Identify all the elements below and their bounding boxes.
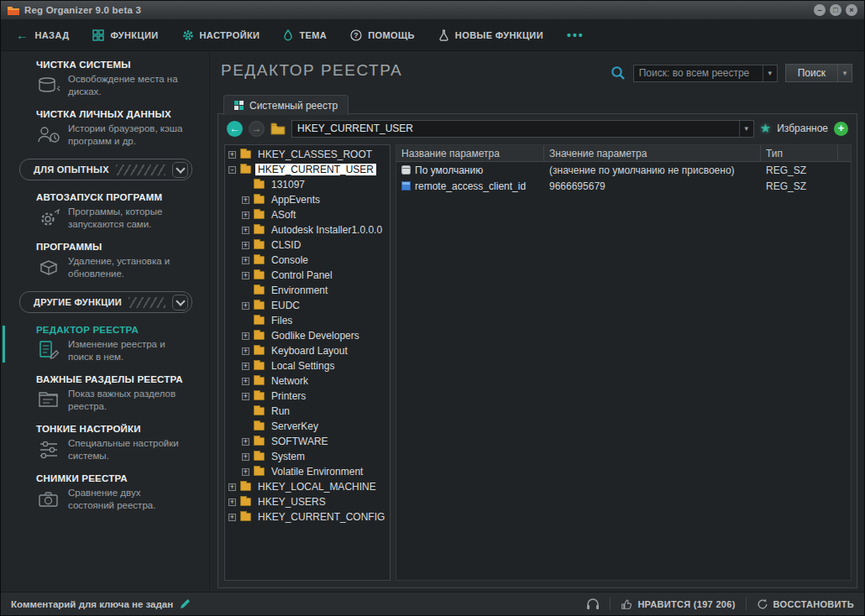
tree-item[interactable]: ServerKey <box>225 419 390 434</box>
important-keys-icon <box>36 388 61 413</box>
table-row[interactable]: По умолчанию (значение по умолчанию не п… <box>396 162 851 178</box>
favorites-label[interactable]: Избранное <box>777 123 828 134</box>
expand-plus-icon[interactable] <box>242 468 249 476</box>
sidebar-item-fine-tuning[interactable]: ТОНКИЕ НАСТРОЙКИ Специальные настройки с… <box>1 424 209 462</box>
tree-item[interactable]: Autodesk Installer1.0.0.0 <box>225 222 390 238</box>
tree-item[interactable]: EUDC <box>225 298 390 313</box>
tree-item[interactable]: HKEY_LOCAL_MACHINE <box>225 479 390 494</box>
tree-item[interactable]: Environment <box>225 283 390 298</box>
chevron-down-icon[interactable]: ▾ <box>837 65 852 81</box>
tree-item[interactable]: CLSID <box>225 238 390 253</box>
tree-item-label: Keyboard Layout <box>269 345 350 357</box>
expand-plus-icon[interactable] <box>228 151 236 159</box>
expand-plus-icon[interactable] <box>242 242 249 249</box>
tree-item[interactable]: Files <box>225 313 390 328</box>
sidebar-item-snapshots[interactable]: СНИМКИ РЕЕСТРА Сравнение двух состояний … <box>1 473 209 512</box>
tree-item[interactable]: Godlike Developers <box>225 328 390 343</box>
search-icon[interactable] <box>611 65 626 81</box>
tree-item-selected[interactable]: HKEY_CURRENT_USER <box>225 162 390 177</box>
nav-back-icon[interactable]: ← <box>227 121 243 137</box>
tree-item[interactable]: AppEvents <box>225 192 390 207</box>
expand-plus-icon[interactable] <box>228 483 236 491</box>
search-button[interactable]: Поиск ▾ <box>785 64 852 82</box>
column-header-type[interactable]: Тип <box>761 145 838 162</box>
sidebar-item-important-keys[interactable]: ВАЖНЫЕ РАЗДЕЛЫ РЕЕСТРА Показ важных разд… <box>1 374 209 413</box>
sidebar-item-private-data[interactable]: ЧИСТКА ЛИЧНЫХ ДАННЫХ Истории браузеров, … <box>1 109 209 148</box>
expand-plus-icon[interactable] <box>242 196 249 204</box>
sidebar-item-programs[interactable]: ПРОГРАММЫ Удаление, установка и обновлен… <box>1 242 209 280</box>
folder-icon <box>254 180 265 189</box>
expand-plus-icon[interactable] <box>242 363 249 370</box>
expand-plus-icon[interactable] <box>242 438 249 446</box>
address-input[interactable] <box>292 123 739 134</box>
like-label: НРАВИТСЯ (197 206) <box>637 599 735 609</box>
like-button[interactable]: НРАВИТСЯ (197 206) <box>621 598 735 610</box>
chevron-down-icon[interactable]: ▾ <box>763 65 777 81</box>
nav-forward-icon[interactable]: → <box>249 121 265 137</box>
close-icon[interactable]: × <box>846 4 857 16</box>
table-row[interactable]: remote_access_client_id 9666695679 REG_S… <box>396 178 851 194</box>
restore-button[interactable]: ВОССТАНОВИТЬ <box>757 598 854 610</box>
nav-new-features[interactable]: НОВЫЕ ФУНКЦИИ <box>438 29 543 41</box>
chevron-down-icon[interactable] <box>172 162 188 178</box>
search-input[interactable] <box>634 67 763 79</box>
nav-help[interactable]: ? ПОМОЩЬ <box>350 29 415 41</box>
expand-plus-icon[interactable] <box>242 332 249 340</box>
tree-item[interactable]: Network <box>225 373 390 389</box>
collapse-minus-icon[interactable] <box>228 166 236 174</box>
chevron-down-icon[interactable]: ▾ <box>739 121 753 137</box>
expand-plus-icon[interactable] <box>242 393 249 400</box>
expand-plus-icon[interactable] <box>242 347 249 355</box>
folder-icon <box>240 498 251 506</box>
key-comment[interactable]: Комментарий для ключа не задан <box>11 598 191 609</box>
sidebar-group-advanced[interactable]: ДЛЯ ОПЫТНЫХ <box>19 159 192 180</box>
nav-back-button[interactable]: ← НАЗАД <box>16 29 69 41</box>
tree-item[interactable]: 131097 <box>225 177 390 192</box>
open-key-folder-icon[interactable] <box>270 123 286 135</box>
chevron-down-icon[interactable] <box>172 295 188 311</box>
nav-functions[interactable]: ФУНКЦИИ <box>92 29 158 41</box>
column-header-value[interactable]: Значение параметра <box>544 145 761 162</box>
expand-plus-icon[interactable] <box>242 211 249 219</box>
tree-item[interactable]: Console <box>225 253 390 268</box>
tree-item[interactable]: Volatile Environment <box>225 464 390 479</box>
sidebar-item-desc: Освобождение места на дисках. <box>68 73 186 98</box>
expand-plus-icon[interactable] <box>242 257 249 264</box>
expand-plus-icon[interactable] <box>228 499 236 506</box>
tree-item[interactable]: Printers <box>225 389 390 404</box>
sidebar-item-autorun[interactable]: АВТОЗАПУСК ПРОГРАММ Программы, которые з… <box>1 192 209 231</box>
sidebar-item-system-cleanup[interactable]: ЧИСТКА СИСТЕМЫ Освобождение места на дис… <box>1 60 209 98</box>
tree-item[interactable]: Control Panel <box>225 268 390 283</box>
tree-item[interactable]: Local Settings <box>225 358 390 373</box>
nav-more-button[interactable]: ••• <box>567 29 585 42</box>
ellipsis-icon: ••• <box>567 29 585 42</box>
tree-item[interactable]: SOFTWARE <box>225 434 390 449</box>
expand-plus-icon[interactable] <box>242 272 249 279</box>
nav-theme[interactable]: ТЕМА <box>283 29 327 41</box>
favorites-star-icon[interactable]: ★ <box>760 121 771 136</box>
expand-plus-icon[interactable] <box>228 514 236 521</box>
tree-item[interactable]: HKEY_USERS <box>225 494 390 509</box>
headphones-icon[interactable] <box>586 598 600 610</box>
sidebar-item-registry-editor[interactable]: РЕДАКТОР РЕЕСТРА Изменение реестра и пои… <box>1 325 209 363</box>
maximize-icon[interactable]: □ <box>830 4 841 16</box>
expand-plus-icon[interactable] <box>242 453 249 461</box>
tree-item[interactable]: Run <box>225 404 390 419</box>
tree-item[interactable]: ASoft <box>225 207 390 222</box>
expand-plus-icon[interactable] <box>242 378 249 385</box>
tree-item[interactable]: HKEY_CLASSES_ROOT <box>225 147 390 162</box>
sidebar-group-other[interactable]: ДРУГИЕ ФУНКЦИИ <box>19 291 192 313</box>
column-header-name[interactable]: Название параметра <box>396 145 544 162</box>
add-favorite-icon[interactable]: + <box>834 122 848 136</box>
tree-item[interactable]: HKEY_CURRENT_CONFIG <box>225 509 390 525</box>
expand-plus-icon[interactable] <box>242 302 249 310</box>
nav-settings[interactable]: НАСТРОЙКИ <box>182 29 260 41</box>
pencil-icon[interactable] <box>180 598 191 609</box>
param-name: remote_access_client_id <box>415 180 526 192</box>
minimize-icon[interactable]: – <box>814 4 826 16</box>
tree-item[interactable]: Keyboard Layout <box>225 343 390 358</box>
tab-label: Системный реестр <box>249 100 338 112</box>
tab-system-registry[interactable]: Системный реестр <box>223 95 349 115</box>
tree-item[interactable]: System <box>225 449 390 464</box>
expand-plus-icon[interactable] <box>242 227 249 234</box>
